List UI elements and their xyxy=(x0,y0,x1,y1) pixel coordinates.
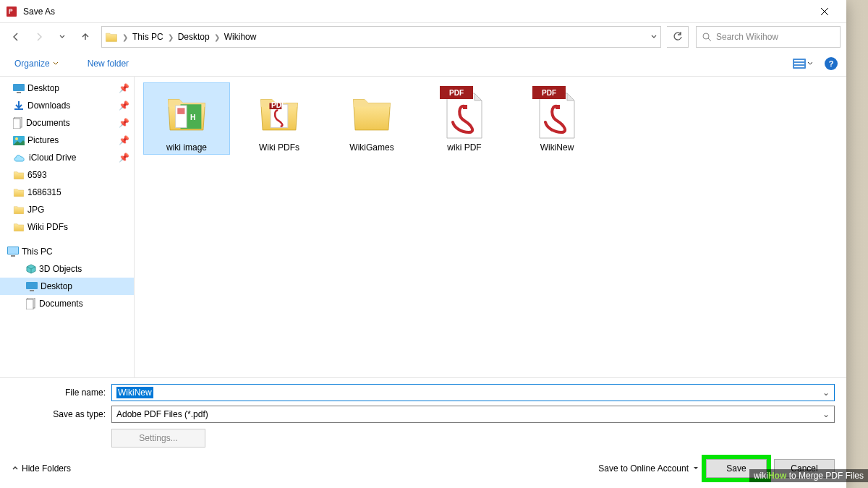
pin-icon: 📌 xyxy=(119,118,129,128)
nav-row: ❯ This PC ❯ Desktop ❯ Wikihow Search Wik… xyxy=(0,23,846,51)
sidebar-item-downloads[interactable]: Downloads📌 xyxy=(0,97,134,114)
sidebar-item-folder[interactable]: Wiki PDFs xyxy=(0,218,134,236)
view-icon xyxy=(793,59,806,69)
svg-rect-6 xyxy=(13,84,25,91)
refresh-icon xyxy=(673,32,683,42)
sidebar-item-folder[interactable]: 1686315 xyxy=(0,184,134,201)
chevron-down-icon[interactable]: ⌄ xyxy=(822,409,830,419)
svg-rect-7 xyxy=(17,92,21,93)
toolbar: Organize New folder ? xyxy=(0,51,846,77)
chevron-down-icon[interactable]: ⌄ xyxy=(822,388,830,398)
adobe-pdf-app-icon xyxy=(6,6,17,17)
chevron-down-icon[interactable] xyxy=(650,33,658,40)
saveastype-select[interactable]: Adobe PDF Files (*.pdf) ⌄ xyxy=(111,406,835,423)
file-item[interactable]: PDF WikiNew xyxy=(514,82,600,155)
new-folder-button[interactable]: New folder xyxy=(82,56,135,72)
forward-button xyxy=(29,27,49,47)
save-as-dialog: Save As ❯ This PC ❯ Desktop ❯ Wikihow Se… xyxy=(0,0,846,488)
cloud-icon xyxy=(13,153,26,162)
pin-icon: 📌 xyxy=(119,83,129,93)
form-area: File name: WikiNew ⌄ Save as type: Adobe… xyxy=(0,377,846,453)
chevron-down-icon xyxy=(53,61,59,67)
desktop-icon xyxy=(13,84,25,93)
svg-rect-10 xyxy=(13,119,20,129)
file-list[interactable]: H wiki image PDF Wiki PDFs WikiGames PDF… xyxy=(135,77,846,377)
sidebar-item-3d[interactable]: 3D Objects xyxy=(0,260,134,278)
desktop-icon xyxy=(26,282,38,291)
breadcrumb-wikihow[interactable]: Wikihow xyxy=(221,32,260,42)
chevron-down-icon xyxy=(807,61,813,67)
file-item[interactable]: PDF wiki PDF xyxy=(421,82,508,155)
documents-icon xyxy=(26,298,36,309)
sidebar-item-folder[interactable]: JPG xyxy=(0,201,134,218)
search-input[interactable]: Search Wikihow xyxy=(696,26,841,48)
svg-text:H: H xyxy=(190,114,195,121)
sidebar-item-desktop[interactable]: Desktop📌 xyxy=(0,80,134,97)
svg-rect-15 xyxy=(11,255,15,257)
settings-button[interactable]: Settings... xyxy=(111,429,205,448)
folder-icon xyxy=(13,205,25,215)
svg-point-1 xyxy=(703,33,709,39)
folder-icon xyxy=(13,187,25,197)
view-options-button[interactable] xyxy=(790,57,816,70)
breadcrumb-thispc[interactable]: This PC xyxy=(129,32,166,42)
svg-rect-3 xyxy=(794,60,804,61)
address-bar[interactable]: ❯ This PC ❯ Desktop ❯ Wikihow xyxy=(101,26,661,48)
cube-icon xyxy=(26,264,36,274)
filename-label: File name: xyxy=(12,388,106,398)
save-online-button[interactable]: Save to Online Account xyxy=(598,463,699,474)
chevron-down-icon xyxy=(59,33,66,40)
search-icon xyxy=(702,33,712,42)
recent-locations-button[interactable] xyxy=(52,27,72,47)
svg-rect-17 xyxy=(30,290,34,291)
documents-icon xyxy=(13,117,23,129)
back-button[interactable] xyxy=(6,27,26,47)
refresh-button[interactable] xyxy=(667,26,689,48)
sidebar-item-documents[interactable]: Documents📌 xyxy=(0,114,134,132)
folder-preview-icon: H xyxy=(161,93,212,134)
file-item[interactable]: PDF Wiki PDFs xyxy=(236,82,323,155)
sidebar-item-documents2[interactable]: Documents xyxy=(0,295,134,312)
folder-preview-icon: PDF xyxy=(254,93,305,134)
arrow-right-icon xyxy=(33,31,45,43)
file-item[interactable]: H wiki image xyxy=(143,82,230,155)
monitor-icon xyxy=(7,247,19,257)
sidebar-item-folder[interactable]: 6593 xyxy=(0,166,134,184)
navigation-tree[interactable]: Desktop📌 Downloads📌 Documents📌 Pictures📌… xyxy=(0,77,135,377)
hide-folders-button[interactable]: Hide Folders xyxy=(12,463,71,474)
saveastype-label: Save as type: xyxy=(12,409,106,419)
svg-rect-19 xyxy=(26,299,33,309)
svg-text:PDF: PDF xyxy=(271,101,286,109)
folder-icon xyxy=(13,222,25,232)
pictures-icon xyxy=(13,136,25,145)
svg-rect-16 xyxy=(26,282,38,289)
svg-rect-4 xyxy=(794,63,804,64)
svg-rect-0 xyxy=(7,7,17,17)
pdf-badge: PDF xyxy=(440,86,473,99)
file-item[interactable]: WikiGames xyxy=(328,82,415,155)
sidebar-item-pictures[interactable]: Pictures📌 xyxy=(0,132,134,149)
arrow-left-icon xyxy=(10,31,22,43)
folder-icon xyxy=(105,30,118,43)
sidebar-item-desktop-selected[interactable]: Desktop xyxy=(0,278,134,295)
body: Desktop📌 Downloads📌 Documents📌 Pictures📌… xyxy=(0,77,846,377)
close-button[interactable] xyxy=(809,0,841,23)
svg-rect-14 xyxy=(8,247,18,254)
organize-button[interactable]: Organize xyxy=(9,56,64,72)
sidebar-item-icloud[interactable]: iCloud Drive📌 xyxy=(0,149,134,166)
filename-input[interactable]: WikiNew ⌄ xyxy=(111,384,835,401)
up-button[interactable] xyxy=(75,27,95,47)
window-title: Save As xyxy=(23,7,809,17)
folder-icon xyxy=(346,93,397,134)
pin-icon: 📌 xyxy=(119,153,129,163)
breadcrumb-desktop[interactable]: Desktop xyxy=(175,32,213,42)
help-button[interactable]: ? xyxy=(825,57,838,70)
pin-icon: 📌 xyxy=(119,135,129,145)
folder-icon xyxy=(13,170,25,180)
crumb-separator-icon: ❯ xyxy=(121,33,129,41)
chevron-up-icon xyxy=(12,465,19,472)
download-icon xyxy=(13,100,25,111)
chevron-down-icon xyxy=(693,466,699,471)
svg-rect-22 xyxy=(177,108,184,114)
sidebar-item-thispc[interactable]: This PC xyxy=(0,243,134,260)
